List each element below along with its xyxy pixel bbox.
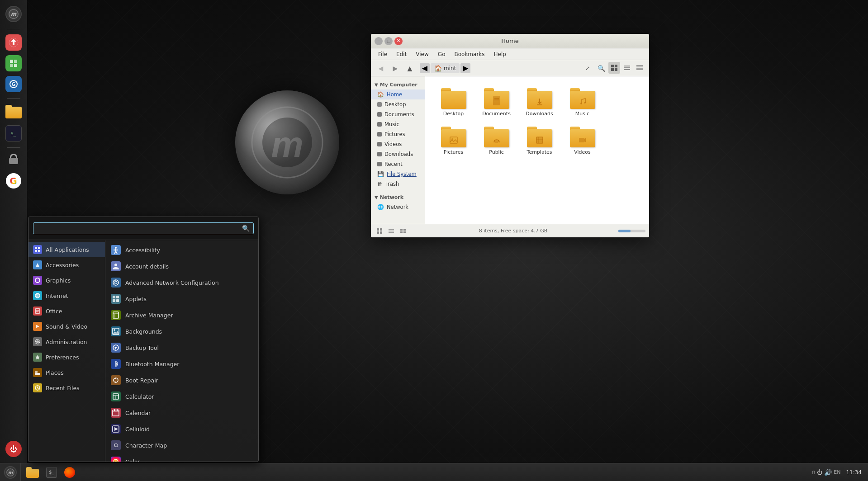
fm-sidebar-videos[interactable]: Videos	[371, 139, 425, 149]
svg-rect-12	[35, 247, 37, 249]
menu-app-accessibility[interactable]: Accessibility	[105, 242, 258, 258]
fm-status-icon-2[interactable]	[386, 226, 396, 236]
dock-mintupdate[interactable]	[4, 33, 23, 52]
menu-cat-recent-files[interactable]: Recent Files	[28, 380, 105, 396]
menu-cat-places[interactable]: Places	[28, 365, 105, 380]
fm-status-icon-1[interactable]	[375, 226, 384, 236]
fm-sidebar-downloads[interactable]: Downloads	[371, 149, 425, 159]
fm-folder-desktop[interactable]: Desktop	[434, 85, 473, 119]
menu-cat-graphics[interactable]: Graphics	[28, 273, 105, 288]
dock-mint-menu[interactable]: m	[4, 5, 23, 24]
taskbar-firefox-item[interactable]	[61, 464, 79, 481]
fm-menu-file[interactable]: File	[375, 50, 391, 59]
app-adv-network-label: Advanced Network Configuration	[125, 279, 219, 286]
dock-synaptic[interactable]	[4, 54, 23, 73]
menu-app-archive-manager[interactable]: Archive Manager	[105, 307, 258, 323]
network-icon: ⏻	[817, 469, 822, 476]
fm-sidebar-network[interactable]: 🌐Network	[371, 202, 425, 212]
menu-cat-preferences[interactable]: Preferences	[28, 349, 105, 365]
menu-cat-all-applications[interactable]: All Applications	[28, 242, 105, 257]
fm-sidebar-home[interactable]: 🏠Home	[371, 90, 425, 99]
fm-forward-button[interactable]: ▶	[389, 62, 402, 75]
fm-sidebar: ▼ My Computer 🏠Home Desktop Documents Mu…	[371, 76, 425, 224]
dock-google[interactable]: G	[4, 171, 23, 190]
fm-sidebar-filesystem[interactable]: 💾File System	[371, 169, 425, 179]
svg-point-65	[114, 459, 118, 462]
fm-up-button[interactable]: ▲	[403, 62, 416, 75]
svg-rect-9	[14, 64, 17, 67]
menu-cat-sound-video[interactable]: Sound & Video	[28, 319, 105, 334]
fm-body: ▼ My Computer 🏠Home Desktop Documents Mu…	[371, 76, 649, 224]
dock-terminal[interactable]: $_	[4, 124, 23, 143]
menu-app-backgrounds[interactable]: Backgrounds	[105, 323, 258, 340]
dock-power[interactable]: ⏻	[4, 439, 23, 458]
fm-folder-public[interactable]: Public	[477, 124, 516, 158]
svg-marker-50	[113, 331, 119, 334]
fm-folder-documents[interactable]: Documents	[477, 85, 516, 119]
menu-app-account-details[interactable]: Account details	[105, 258, 258, 274]
fm-sidebar-trash[interactable]: 🗑Trash	[371, 179, 425, 189]
dock-lock[interactable]	[4, 151, 23, 170]
fm-minimize-button[interactable]: ─	[375, 37, 383, 45]
taskbar-terminal-item[interactable]: $_	[43, 464, 61, 481]
menu-apps-list: Accessibility Account details Advanced N…	[105, 240, 258, 462]
fm-path-right-btn[interactable]: ▶	[460, 63, 470, 73]
fm-folder-downloads[interactable]: Downloads	[520, 85, 559, 119]
dock-gdebi[interactable]: G	[4, 75, 23, 94]
fm-menu-bookmarks[interactable]: Bookmarks	[451, 50, 488, 59]
fm-maximize-button[interactable]: □	[384, 37, 393, 45]
menu-app-calculator[interactable]: Calculator	[105, 388, 258, 405]
svg-rect-43	[113, 299, 115, 302]
fm-icon-view-button[interactable]	[608, 62, 620, 74]
taskbar-folder-item[interactable]	[23, 464, 43, 481]
menu-app-celluloid[interactable]: Celluloid	[105, 421, 258, 437]
fm-back-button[interactable]: ◀	[375, 62, 387, 75]
fm-sidebar-desktop[interactable]: Desktop	[371, 99, 425, 109]
menu-cat-internet[interactable]: Internet	[28, 288, 105, 303]
menu-app-bluetooth-manager[interactable]: Bluetooth Manager	[105, 356, 258, 372]
svg-rect-44	[116, 299, 119, 302]
fm-search-button[interactable]: 🔍	[595, 62, 607, 75]
menu-cat-accessories[interactable]: Accessories	[28, 257, 105, 273]
fm-close-button[interactable]: ✕	[394, 37, 403, 45]
dock-folder[interactable]	[4, 101, 23, 122]
fm-menu-help[interactable]: Help	[490, 50, 510, 59]
fm-menu-edit[interactable]: Edit	[393, 50, 410, 59]
fm-folder-music[interactable]: Music	[563, 85, 602, 119]
menu-app-character-map[interactable]: Ω Character Map	[105, 437, 258, 453]
cat-accessories-label: Accessories	[46, 262, 79, 269]
taskbar-items: $_	[21, 464, 808, 481]
app-boot-repair-label: Boot Repair	[125, 377, 158, 384]
fm-folder-videos[interactable]: Videos	[563, 124, 602, 158]
menu-app-advanced-network[interactable]: Advanced Network Configuration	[105, 274, 258, 291]
menu-app-color[interactable]: Color	[105, 453, 258, 462]
fm-status-icon-3[interactable]	[398, 226, 408, 236]
fm-folder-templates[interactable]: Templates	[520, 124, 559, 158]
fm-sidebar-music[interactable]: Music	[371, 119, 425, 129]
folder-documents-label: Documents	[482, 111, 511, 117]
search-icon: 🔍	[242, 225, 250, 232]
menu-cat-office[interactable]: Office	[28, 303, 105, 319]
menu-cat-administration[interactable]: Administration	[28, 334, 105, 349]
fm-compact-view-button[interactable]	[634, 62, 645, 74]
menu-app-applets[interactable]: Applets	[105, 291, 258, 307]
fm-list-view-button[interactable]	[621, 62, 633, 74]
svg-point-84	[580, 103, 582, 104]
menu-app-boot-repair[interactable]: Boot Repair	[105, 372, 258, 388]
taskbar-start-button[interactable]: m	[0, 463, 21, 481]
fm-path-left-btn[interactable]: ◀	[420, 63, 430, 73]
svg-rect-27	[35, 371, 38, 373]
fm-sidebar-pictures[interactable]: Pictures	[371, 129, 425, 139]
fm-menu-view[interactable]: View	[412, 50, 432, 59]
svg-rect-102	[400, 231, 403, 233]
fm-sidebar-recent[interactable]: Recent	[371, 159, 425, 169]
menu-search-input[interactable]	[37, 225, 242, 232]
cat-all-apps-label: All Applications	[46, 246, 89, 253]
menu-app-backup-tool[interactable]: Backup Tool	[105, 340, 258, 356]
svg-rect-7	[14, 60, 17, 63]
fm-folder-pictures[interactable]: Pictures	[434, 124, 473, 158]
fm-menu-go[interactable]: Go	[434, 50, 449, 59]
menu-app-calendar[interactable]: Calendar	[105, 405, 258, 421]
fm-sidebar-documents[interactable]: Documents	[371, 109, 425, 119]
fm-resize-button[interactable]: ⤢	[581, 62, 594, 75]
